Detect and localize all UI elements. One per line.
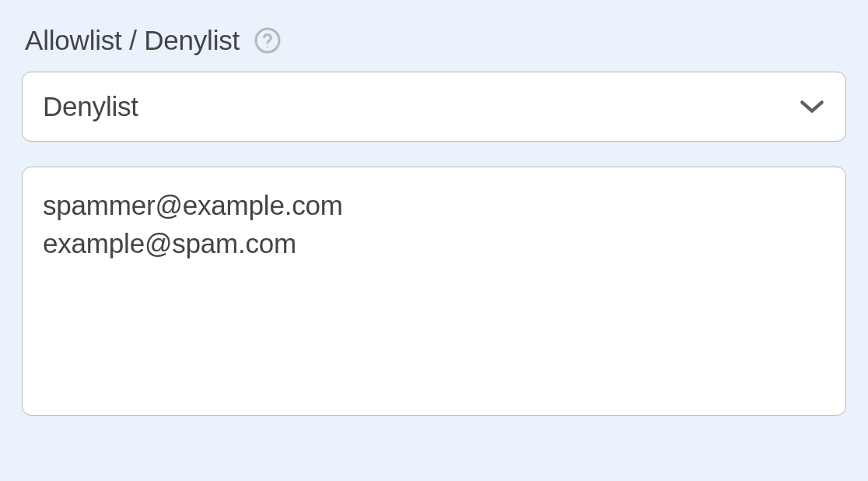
list-type-select[interactable]: Denylist — [22, 72, 846, 142]
svg-point-1 — [267, 46, 268, 47]
help-icon[interactable] — [254, 26, 282, 54]
select-value: Denylist — [43, 91, 138, 122]
svg-point-0 — [256, 29, 279, 52]
chevron-down-icon — [799, 97, 825, 117]
label-row: Allowlist / Denylist — [22, 25, 846, 56]
allowlist-denylist-field: Allowlist / Denylist Denylist — [22, 25, 846, 416]
field-label: Allowlist / Denylist — [25, 25, 240, 56]
email-list-textarea[interactable] — [22, 167, 846, 416]
